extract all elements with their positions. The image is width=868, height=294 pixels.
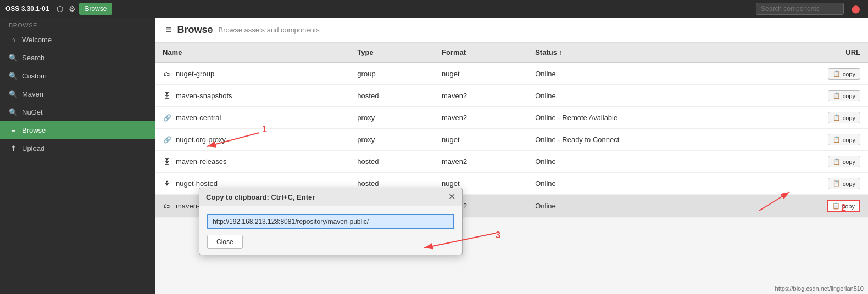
cell-name: 🗄 maven-releases [155,151,349,173]
dialog-close-icon[interactable]: ✕ [448,193,455,201]
cell-status: Online - Remote Available [527,107,755,129]
repo-type-icon: 🔗 [163,135,171,144]
cell-status: Online - Ready to Connect [527,129,755,151]
content-header: ≡ Browse Browse assets and components [155,18,868,43]
cell-type: hosted [349,85,434,107]
sidebar-item-maven-label: Maven [22,90,43,98]
copy-button[interactable]: 📋 copy [828,90,860,101]
sidebar-item-custom-label: Custom [22,72,47,80]
cell-status: Online [527,195,755,218]
repo-name: maven-snapshots [176,92,232,100]
content-subtitle: Browse assets and components [219,26,320,34]
sidebar-item-nuget[interactable]: 🔍 NuGet [0,103,155,121]
main-layout: Browse ⌂ Welcome 🔍 Search 🔍 Custom 🔍 Mav… [0,18,868,294]
sidebar-item-search[interactable]: 🔍 Search [0,49,155,67]
upload-icon: ⬆ [9,144,18,152]
cell-format: nuget [434,129,527,151]
copy-icon: 📋 [833,136,841,143]
sidebar-item-upload-label: Upload [22,144,44,152]
dialog-body: Close [199,206,462,255]
sidebar-item-maven[interactable]: 🔍 Maven [0,85,155,103]
table-container: Name Type Format Status ↑ URL 🗂 nuget-gr… [155,43,868,294]
sidebar-item-search-label: Search [22,54,44,62]
cell-name: 🔗 maven-central [155,107,349,129]
cell-url: 📋 copy [755,107,868,129]
copy-button[interactable]: 📋 copy [828,68,860,80]
col-status: Status ↑ [527,43,755,63]
cell-format: maven2 [434,107,527,129]
dialog-close-button[interactable]: Close [207,235,243,249]
content-header-icon: ≡ [166,24,172,36]
cell-status: Online [527,173,755,195]
repo-name: nuget.org-proxy [176,135,226,144]
topbar-nav-browse[interactable]: Browse [79,3,112,15]
col-format: Format [434,43,527,63]
copy-label: copy [843,115,855,121]
col-url: URL [755,43,868,63]
nuget-icon: 🔍 [9,108,18,116]
cell-type: proxy [349,107,434,129]
copy-button[interactable]: 📋 copy [828,156,860,167]
repo-type-icon: 🗄 [163,92,171,100]
topbar: OSS 3.30.1-01 ⬡ ⚙ Browse ⬤ [0,0,868,18]
cell-status: Online [527,85,755,107]
topbar-icon-hexagon[interactable]: ⬡ [54,4,65,13]
sidebar-item-browse[interactable]: ≡ Browse [0,121,155,139]
cell-format: nuget [434,63,527,85]
cell-url: 📋 copy [755,195,868,218]
sidebar-header: Browse [0,18,155,31]
copy-button[interactable]: 📋 copy [828,178,860,189]
col-type: Type [349,43,434,63]
cell-status: Online [527,63,755,85]
topbar-alert-icon[interactable]: ⬤ [849,4,863,13]
custom-icon: 🔍 [9,72,18,80]
sidebar: Browse ⌂ Welcome 🔍 Search 🔍 Custom 🔍 Mav… [0,18,155,294]
app-logo: OSS 3.30.1-01 [5,5,49,13]
col-name: Name [155,43,349,63]
copy-button[interactable]: 📋 copy [828,112,860,123]
topbar-search-input[interactable] [756,3,844,15]
table-header-row: Name Type Format Status ↑ URL [155,43,868,63]
topbar-nav: ⬡ ⚙ Browse [54,3,750,15]
topbar-icon-gear[interactable]: ⚙ [66,4,78,13]
copy-button[interactable]: 📋 copy [827,200,860,212]
cell-url: 📋 copy [755,63,868,85]
copy-button[interactable]: 📋 copy [828,134,860,145]
sidebar-item-browse-label: Browse [22,126,46,134]
cell-name: 🔗 nuget.org-proxy [155,129,349,151]
copy-dialog[interactable]: Copy to clipboard: Ctrl+C, Enter ✕ Close [199,188,463,255]
copy-label: copy [843,93,855,99]
repo-type-icon: 🗄 [163,157,171,166]
sidebar-item-custom[interactable]: 🔍 Custom [0,67,155,85]
cell-type: group [349,63,434,85]
table-row: 🗂 nuget-group group nuget Online 📋 copy [155,63,868,85]
table-row: 🔗 nuget.org-proxy proxy nuget Online - R… [155,129,868,151]
dialog-header: Copy to clipboard: Ctrl+C, Enter ✕ [199,188,462,206]
repo-name: nuget-hosted [176,179,218,188]
sidebar-item-welcome-label: Welcome [22,36,52,44]
cell-type: hosted [349,151,434,173]
table-row: 🗄 maven-snapshots hosted maven2 Online 📋… [155,85,868,107]
sidebar-item-nuget-label: NuGet [22,108,43,116]
cell-url: 📋 copy [755,151,868,173]
cell-url: 📋 copy [755,85,868,107]
cell-url: 📋 copy [755,173,868,195]
welcome-icon: ⌂ [9,36,18,44]
copy-icon: 📋 [832,202,840,210]
repo-name: maven-central [176,114,221,122]
sidebar-item-upload[interactable]: ⬆ Upload [0,139,155,157]
copy-icon: 📋 [833,180,841,187]
table-row: 🔗 maven-central proxy maven2 Online - Re… [155,107,868,129]
repo-name: nuget-group [176,70,214,78]
repo-name: maven-releases [176,157,227,166]
search-icon: 🔍 [9,54,18,62]
repo-type-icon: 🗂 [163,202,171,211]
copy-label: copy [843,180,855,187]
cell-status: Online [527,151,755,173]
copy-icon: 📋 [833,114,841,121]
copy-icon: 📋 [833,92,841,99]
maven-icon: 🔍 [9,90,18,98]
sidebar-item-welcome[interactable]: ⌂ Welcome [0,31,155,49]
dialog-url-input[interactable] [207,214,454,229]
cell-format: maven2 [434,151,527,173]
